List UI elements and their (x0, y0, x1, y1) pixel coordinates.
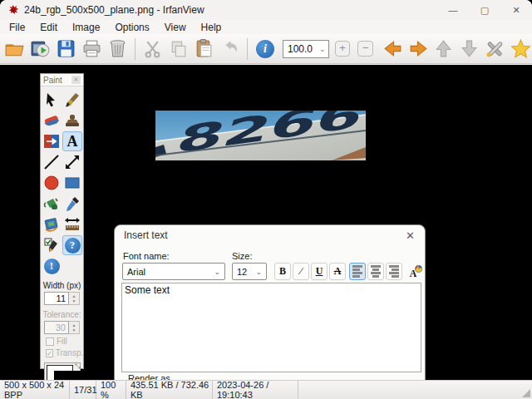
arrow-tool[interactable] (62, 152, 82, 172)
strikeout-button[interactable]: A (329, 263, 346, 280)
status-file-date: 2023-04-26 / 19:10:43 (213, 381, 298, 399)
text-tool[interactable]: A (62, 131, 82, 151)
menu-edit[interactable]: Edit (32, 21, 65, 34)
last-image-button[interactable] (458, 37, 481, 61)
rotate-photo-icon (43, 216, 60, 233)
paintbrush-tool[interactable] (62, 90, 82, 110)
font-color-button[interactable]: A (407, 263, 424, 280)
color-replace-tool[interactable] (42, 131, 62, 151)
text-value: Some text (125, 284, 170, 296)
undo-arrow-icon (219, 38, 240, 59)
print-button[interactable] (80, 37, 103, 61)
pointer-tool[interactable] (42, 90, 62, 110)
line-icon (43, 154, 60, 170)
paint-info-button[interactable]: ! (42, 256, 62, 276)
bold-button[interactable]: B (274, 263, 291, 280)
straighten-tool[interactable] (42, 214, 62, 234)
pen-settings-tool[interactable] (42, 235, 62, 255)
maximize-button[interactable]: ▢ (469, 0, 500, 20)
double-arrow-icon (64, 154, 81, 170)
help-icon: ? (65, 238, 81, 254)
font-name-combobox[interactable]: Arial ⌄ (122, 263, 225, 280)
size-value: 12 (237, 267, 247, 277)
undo-button[interactable] (218, 37, 241, 61)
alert-icon: ! (44, 259, 60, 274)
menu-view[interactable]: View (157, 21, 194, 34)
underline-button[interactable]: U (311, 263, 328, 280)
slideshow-button[interactable] (29, 37, 52, 61)
dialog-title-bar[interactable]: Insert text ✕ (115, 225, 425, 245)
menu-help[interactable]: Help (194, 21, 229, 34)
toolbar-separator (247, 38, 248, 60)
zoom-out-button[interactable]: − (357, 41, 373, 57)
dialog-close-icon[interactable]: ✕ (406, 229, 415, 242)
paint-panel-header[interactable]: Paint ✕ (41, 74, 83, 86)
dialog-title: Insert text (124, 229, 168, 241)
info-icon: i (256, 40, 274, 58)
eraser-tool[interactable] (42, 111, 62, 131)
empty-cell (62, 256, 82, 276)
minimize-button[interactable]: — (437, 0, 469, 20)
ellipse-tool[interactable] (42, 173, 62, 193)
zoom-level-combobox[interactable]: 100.0 ⌄ (283, 40, 329, 58)
title-bar: 24b_rgb_500x500_plane.png - IrfanView — … (0, 0, 532, 20)
italic-button[interactable]: ∕ (293, 263, 309, 280)
font-color-icon: A (408, 264, 423, 279)
loaded-image-plane[interactable]: 8266 (155, 111, 366, 160)
irfanview-logo-icon (7, 4, 19, 17)
menu-file[interactable]: File (2, 21, 32, 34)
rectangle-tool[interactable] (62, 173, 82, 193)
down-arrow-icon (459, 38, 480, 59)
open-file-button[interactable] (3, 37, 27, 61)
color-replace-icon (43, 133, 60, 150)
paint-help-button[interactable]: ? (62, 235, 82, 255)
text-input-area[interactable]: Some text (121, 283, 421, 372)
zoom-in-button[interactable]: + (335, 41, 351, 57)
resize-grip[interactable] (522, 389, 530, 397)
align-right-button[interactable] (386, 263, 402, 280)
menu-options[interactable]: Options (107, 21, 156, 34)
color-picker-tool[interactable] (62, 194, 82, 214)
status-file-size: 435.51 KB / 732.46 KB (126, 381, 213, 399)
measure-tool[interactable] (62, 214, 82, 234)
zoom-level-value: 100.0 (288, 43, 313, 55)
measure-ruler-icon (64, 216, 81, 233)
size-combobox[interactable]: 12 ⌄ (232, 263, 267, 280)
fill-tool[interactable] (42, 194, 62, 214)
copy-button[interactable] (167, 37, 190, 61)
cut-button[interactable] (141, 37, 165, 61)
delete-button[interactable] (106, 37, 129, 61)
paste-button[interactable] (193, 37, 216, 61)
save-button[interactable] (55, 37, 78, 61)
text-tool-icon: A (67, 133, 78, 150)
clone-stamp-tool[interactable] (62, 111, 82, 131)
first-image-button[interactable] (432, 37, 456, 61)
slideshow-icon (30, 38, 51, 59)
fill-checkbox[interactable] (46, 337, 54, 346)
transparent-checkbox[interactable]: ✓ (46, 349, 53, 357)
align-center-button[interactable] (367, 263, 384, 280)
eraser-icon (43, 112, 60, 129)
previous-image-button[interactable] (381, 37, 404, 61)
scissors-icon (142, 38, 163, 59)
width-input[interactable]: 11 (44, 292, 69, 305)
paste-clipboard-icon (194, 38, 214, 59)
tolerance-label: Tolerance: (41, 310, 83, 319)
chevron-down-icon: ⌄ (255, 268, 262, 276)
width-spinner[interactable]: ▲▼ (69, 292, 80, 305)
rectangle-shape-icon (64, 175, 81, 191)
line-tool[interactable] (42, 152, 62, 172)
menu-bar: File Edit Image Options View Help (0, 20, 532, 34)
favorites-button[interactable] (509, 37, 532, 61)
align-left-button[interactable] (349, 263, 366, 280)
paint-panel-close-icon[interactable]: ✕ (71, 76, 81, 84)
toolbar-separator (135, 38, 135, 60)
close-button[interactable]: ✕ (500, 0, 532, 20)
swap-colors-icon[interactable]: ⤡ (75, 362, 80, 371)
menu-image[interactable]: Image (65, 21, 107, 34)
properties-button[interactable] (484, 37, 507, 61)
save-floppy-icon (56, 38, 76, 59)
image-info-button[interactable]: i (254, 37, 277, 61)
pen-checkbox-icon (43, 237, 60, 254)
next-image-button[interactable] (406, 37, 430, 61)
